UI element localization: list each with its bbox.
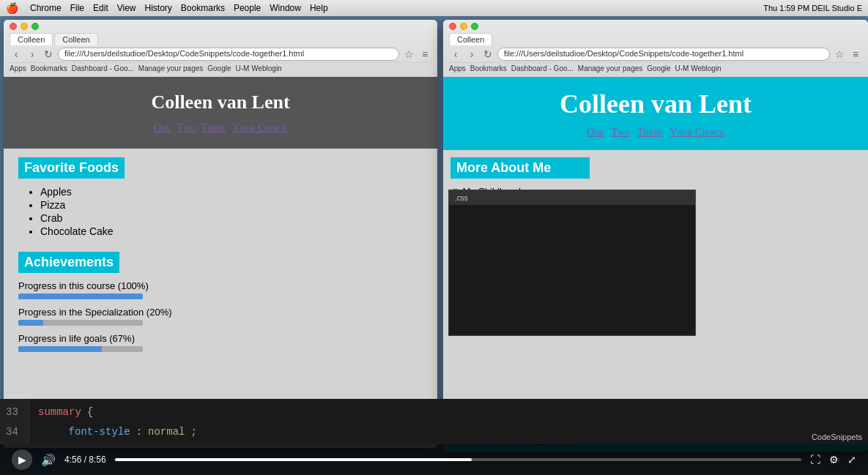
bookmark-apps-r[interactable]: Apps — [449, 64, 466, 72]
nav-link-two[interactable]: Two — [177, 122, 195, 134]
code-lines: summary{ font-style: normal; — [29, 399, 206, 444]
fullscreen-icon[interactable]: ⛶ — [810, 454, 820, 465]
menu-window[interactable]: Window — [270, 3, 301, 13]
achievements-heading: Achievements — [18, 252, 119, 273]
list-item: Crab — [40, 212, 423, 224]
close-button-left[interactable] — [10, 23, 17, 30]
apple-menu-icon[interactable]: 🍎 — [6, 2, 18, 14]
line-number-34: 34 — [6, 426, 23, 438]
code-brace: { — [87, 406, 93, 418]
code-editor-content[interactable] — [449, 205, 695, 335]
menu-file[interactable]: File — [70, 3, 84, 13]
menu-history[interactable]: History — [145, 3, 172, 13]
menu-bar-right: Thu 1:59 PM DEIL Studio E — [763, 4, 862, 12]
line-number-33: 33 — [6, 406, 23, 418]
code-editor-filename: .css — [455, 194, 468, 202]
code-indent — [38, 426, 63, 438]
page-header-right: Colleen van Lent One Two Three Your Choi… — [443, 77, 868, 150]
url-bar-right: ‹ › ↻ file:///Users/deilstudioe/Desktop/… — [449, 48, 862, 61]
code-line-1: summary{ — [38, 406, 197, 418]
bookmark-google-r[interactable]: Google — [647, 64, 670, 72]
code-editor-title: .css — [449, 190, 695, 205]
nav-link-one[interactable]: One — [154, 122, 171, 134]
menu-people[interactable]: People — [234, 3, 261, 13]
volume-icon: 🔊 — [41, 454, 56, 466]
page-content-left: Colleen van Lent One Two Three Your Choi… — [4, 77, 437, 448]
url-input-left[interactable]: file:///Users/deilstudioe/Desktop/CodeSn… — [58, 48, 399, 61]
menu-edit[interactable]: Edit — [93, 3, 108, 13]
browser-tab-right[interactable]: Colleen — [449, 33, 492, 45]
achievement-spec-bar — [18, 320, 143, 326]
bookmark-apps[interactable]: Apps — [10, 64, 26, 72]
bookmark-star-right[interactable]: ☆ — [833, 48, 846, 60]
nav-link-yourchoice-r[interactable]: Your Choice — [669, 127, 724, 138]
volume-button[interactable]: 🔊 — [41, 453, 56, 467]
list-item: Chocolate Cake — [40, 225, 423, 237]
bookmark-um[interactable]: U-M Weblogin — [236, 64, 282, 72]
food-list: Apples Pizza Crab Chocolate Cake — [18, 186, 423, 237]
system-time: Thu 1:59 PM DEIL Studio E — [763, 4, 862, 12]
maximize-button-right[interactable] — [471, 23, 478, 30]
achievement-course-fill — [18, 293, 143, 299]
bookmark-um-r[interactable]: U-M Weblogin — [675, 64, 722, 72]
code-selector: summary — [38, 406, 81, 418]
menu-chrome[interactable]: Chrome — [30, 3, 62, 13]
code-value: normal — [148, 426, 185, 438]
menu-bookmarks[interactable]: Bookmarks — [181, 3, 225, 13]
minimize-button-left[interactable] — [21, 23, 28, 30]
nav-link-one-r[interactable]: One — [587, 127, 604, 138]
back-button-left[interactable]: ‹ — [10, 48, 23, 60]
video-right-controls: ⛶ ⚙ ⤢ — [810, 454, 856, 465]
achievement-course: Progress in this course (100%) — [18, 280, 423, 299]
menu-help[interactable]: Help — [310, 3, 328, 13]
play-icon: ▶ — [18, 454, 26, 465]
forward-button-right[interactable]: › — [465, 48, 478, 60]
bookmark-manage[interactable]: Manage your pages — [138, 64, 203, 72]
menu-dots-left[interactable]: ≡ — [418, 48, 431, 60]
page-header-left: Colleen van Lent One Two Three Your Choi… — [4, 77, 437, 149]
refresh-button-left[interactable]: ↻ — [42, 48, 55, 60]
page-nav-left: One Two Three Your Choice — [18, 122, 423, 134]
video-progress-played — [115, 458, 472, 461]
minimize-button-right[interactable] — [460, 23, 467, 30]
bookmark-bk-r[interactable]: Bookmarks — [470, 64, 507, 72]
code-editor-bottom: 33 34 summary{ font-style: normal; — [0, 399, 868, 444]
video-controls[interactable]: ▶ 🔊 4:56 / 8:56 ⛶ ⚙ ⤢ — [0, 444, 868, 475]
list-item: Apples — [40, 186, 423, 198]
nav-link-three[interactable]: Three — [201, 122, 227, 134]
expand-icon[interactable]: ⤢ — [847, 454, 856, 465]
nav-link-yourchoice[interactable]: Your Choice — [232, 122, 287, 134]
achievement-spec-fill — [18, 320, 43, 326]
close-button-right[interactable] — [449, 23, 456, 30]
traffic-lights-right — [449, 23, 862, 30]
refresh-button-right[interactable]: ↻ — [481, 48, 494, 60]
url-bar-left: ‹ › ↻ file:///Users/deilstudioe/Desktop/… — [10, 48, 431, 61]
traffic-lights-left — [10, 23, 431, 30]
nav-link-three-r[interactable]: Three — [637, 127, 663, 138]
time-display: 4:56 / 8:56 — [64, 455, 106, 465]
bookmark-star-left[interactable]: ☆ — [402, 48, 415, 60]
bookmark-google[interactable]: Google — [207, 64, 231, 72]
bookmark-dashboard[interactable]: Dashboard - Goo... — [72, 64, 134, 72]
bookmark-bookmarks[interactable]: Bookmarks — [31, 64, 67, 72]
bookmark-manage-r[interactable]: Manage your pages — [578, 64, 642, 72]
back-button-right[interactable]: ‹ — [449, 48, 462, 60]
code-editor-overlay: .css — [448, 190, 696, 336]
achievement-course-label: Progress in this course (100%) — [18, 280, 423, 291]
list-item: Pizza — [40, 199, 423, 211]
play-button[interactable]: ▶ — [12, 449, 32, 470]
forward-button-left[interactable]: › — [26, 48, 39, 60]
menu-view[interactable]: View — [117, 3, 136, 13]
browser-tab-1[interactable]: Colleen — [10, 33, 53, 45]
page-body-left: Favorite Foods Apples Pizza Crab Chocola… — [4, 149, 437, 368]
video-progress-track[interactable] — [115, 458, 801, 461]
bookmark-dash-r[interactable]: Dashboard - Goo... — [511, 64, 574, 72]
nav-link-two-r[interactable]: Two — [611, 127, 629, 138]
maximize-button-left[interactable] — [31, 23, 39, 30]
url-input-right[interactable]: file:///Users/deilstudioe/Desktop/CodeSn… — [497, 48, 830, 61]
browser-tab-2[interactable]: Colleen — [54, 33, 97, 45]
achievement-life: Progress in life goals (67%) — [18, 333, 423, 352]
deil-label: CodeSnippets — [812, 433, 862, 441]
menu-dots-right[interactable]: ≡ — [849, 48, 862, 60]
settings-icon[interactable]: ⚙ — [829, 454, 839, 465]
